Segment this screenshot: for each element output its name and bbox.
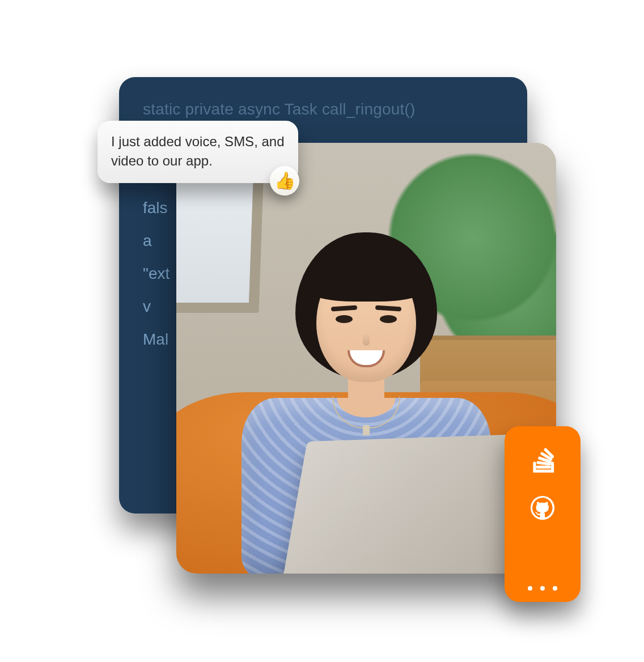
svg-line-1 (538, 462, 549, 464)
github-icon[interactable] (524, 490, 561, 526)
photo-laptop (282, 434, 535, 574)
integrations-panel (505, 426, 581, 602)
chat-message-text: I just added voice, SMS, and video to ou… (111, 134, 285, 168)
more-icon[interactable] (528, 586, 557, 591)
composition-stage: static private async Task call_ringout()… (0, 0, 644, 662)
reaction-badge[interactable]: 👍 (270, 166, 299, 196)
hero-photo (176, 143, 556, 574)
thumbs-up-icon: 👍 (274, 171, 295, 190)
chat-bubble: I just added voice, SMS, and video to ou… (98, 121, 298, 183)
stackoverflow-icon[interactable] (524, 441, 561, 477)
